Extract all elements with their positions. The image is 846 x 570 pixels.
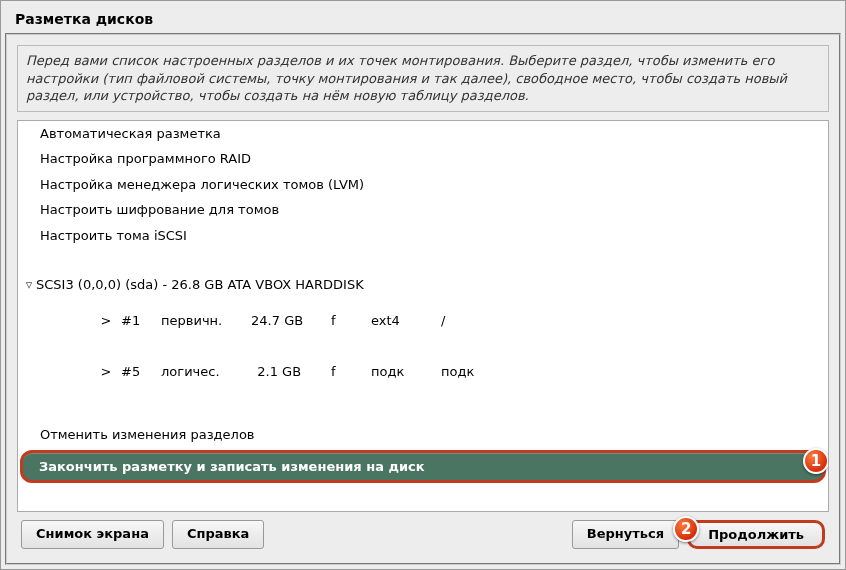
expand-toggle-icon[interactable]: ▿ bbox=[22, 277, 36, 292]
partition-row[interactable]: >#1первичн.24.7 GBfext4/ bbox=[18, 295, 828, 346]
menu-crypt[interactable]: Настроить шифрование для томов bbox=[18, 197, 828, 223]
menu-finish[interactable]: Закончить разметку и записать изменения … bbox=[20, 450, 826, 483]
partition-fs: ext4 bbox=[371, 313, 441, 328]
partition-size: 2.1 GB bbox=[251, 364, 331, 379]
continue-wrap: 2 Продолжить bbox=[687, 520, 825, 549]
menu-lvm[interactable]: Настройка менеджера логических томов (LV… bbox=[18, 172, 828, 198]
menu-undo[interactable]: Отменить изменения разделов bbox=[18, 422, 828, 448]
partition-type: логичес. bbox=[161, 364, 251, 379]
partition-size: 24.7 GB bbox=[251, 313, 331, 328]
page-title: Разметка дисков bbox=[15, 11, 841, 27]
callout-badge-2: 2 bbox=[673, 516, 699, 542]
content-frame: Перед вами список настроенных разделов и… bbox=[5, 33, 841, 565]
button-bar: Снимок экрана Справка Вернуться 2 Продол… bbox=[17, 512, 829, 555]
partition-row[interactable]: >#5логичес.2.1 GBfподкподк bbox=[18, 346, 828, 397]
partition-num: #1 bbox=[121, 313, 161, 328]
partition-num: #5 bbox=[121, 364, 161, 379]
partition-fs: подк bbox=[371, 364, 441, 379]
continue-button[interactable]: Продолжить bbox=[687, 520, 825, 549]
menu-iscsi[interactable]: Настроить тома iSCSI bbox=[18, 223, 828, 249]
spacer bbox=[272, 520, 563, 549]
screenshot-button[interactable]: Снимок экрана bbox=[21, 520, 164, 549]
partition-arrow: > bbox=[91, 364, 121, 379]
partition-list: Автоматическая разметка Настройка програ… bbox=[17, 120, 829, 512]
menu-finish-wrap: Закончить разметку и записать изменения … bbox=[20, 450, 826, 483]
spacer bbox=[18, 397, 828, 423]
back-button[interactable]: Вернуться bbox=[572, 520, 679, 549]
partition-type: первичн. bbox=[161, 313, 251, 328]
menu-raid[interactable]: Настройка программного RAID bbox=[18, 146, 828, 172]
disk-row[interactable]: ▿ SCSI3 (0,0,0) (sda) - 26.8 GB ATA VBOX… bbox=[18, 274, 828, 295]
partition-flag: f bbox=[331, 313, 371, 328]
disk-label: SCSI3 (0,0,0) (sda) - 26.8 GB ATA VBOX H… bbox=[36, 277, 364, 292]
partition-mount: / bbox=[441, 313, 501, 328]
installer-window: Разметка дисков Перед вами список настро… bbox=[0, 0, 846, 570]
description-text: Перед вами список настроенных разделов и… bbox=[17, 45, 829, 112]
menu-guided[interactable]: Автоматическая разметка bbox=[18, 121, 828, 147]
spacer bbox=[18, 248, 828, 274]
partition-mount: подк bbox=[441, 364, 501, 379]
partition-arrow: > bbox=[91, 313, 121, 328]
help-button[interactable]: Справка bbox=[172, 520, 264, 549]
callout-badge-1: 1 bbox=[803, 448, 829, 474]
partition-flag: f bbox=[331, 364, 371, 379]
